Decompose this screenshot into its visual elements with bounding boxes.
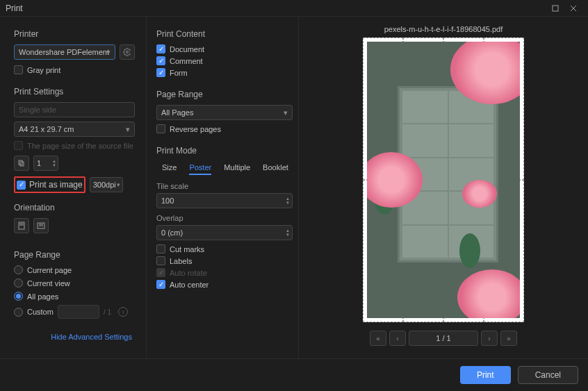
preview-image [367,42,520,318]
pager-prev-button[interactable]: ‹ [389,331,406,346]
titlebar: Print [0,0,588,17]
window-title: Print [6,3,23,13]
current-page-radio[interactable]: Current page [14,265,135,274]
spinner-arrows-icon[interactable]: ▲▼ [286,228,290,237]
copies-spinner[interactable]: 1 ▲▼ [33,156,58,171]
print-as-image-highlight: Print as image [14,176,85,193]
paper-size-select[interactable]: A4 21 x 29.7 cm ▾ [14,122,135,137]
auto-rotate-checkbox: Auto rotate [156,268,293,277]
print-mode-label: Print Mode [156,146,293,156]
middle-panel: Print Content Document Comment Form Page… [146,17,299,358]
orientation-label: Orientation [14,203,135,213]
print-as-image-checkbox[interactable] [17,181,26,190]
chevron-down-icon: ▾ [106,48,111,57]
printer-settings-button[interactable] [120,44,135,60]
custom-range-input[interactable] [58,305,99,319]
reverse-pages-checkbox[interactable]: Reverse pages [156,124,293,133]
chevron-down-icon: ▾ [284,108,288,117]
page-range-value: All Pages [161,108,193,117]
form-checkbox[interactable]: Form [156,68,293,77]
source-size-checkbox: The page size of the source file [14,141,135,150]
dpi-value: 300dpi [93,181,116,189]
close-icon[interactable] [564,1,582,15]
chevron-down-icon: ▾ [117,181,120,188]
pager-last-button[interactable]: » [500,331,517,346]
print-settings-label: Print Settings [14,87,135,97]
dpi-select[interactable]: 300dpi ▾ [90,177,123,192]
left-panel: Printer Wondershare PDFelement ▾ Gray pr… [0,17,146,358]
page-display: 1 / 1 [409,331,478,346]
overlap-spinner[interactable]: 0 (cm) ▲▼ [156,225,293,240]
duplex-value: Single side [19,106,56,114]
cut-marks-checkbox[interactable]: Cut marks [156,244,293,253]
page-range-select[interactable]: All Pages ▾ [156,105,293,120]
current-view-radio[interactable]: Current view [14,278,135,288]
svg-rect-0 [553,6,558,11]
tab-size[interactable]: Size [162,161,177,175]
printer-section-label: Printer [14,29,135,39]
orientation-portrait-button[interactable] [14,218,29,233]
comment-checkbox[interactable]: Comment [156,56,293,65]
preview-page [363,38,524,322]
orientation-landscape-button[interactable] [33,218,49,233]
tile-scale-spinner[interactable]: 100 ▲▼ [156,193,293,208]
preview-panel: pexels-m-u-h-t-e-l-i-f-18968045.pdf « ‹ … [299,17,588,358]
pager-next-button[interactable]: › [481,331,498,346]
cancel-button[interactable]: Cancel [518,366,578,384]
tab-booklet[interactable]: Booklet [263,161,288,175]
preview-filename: pexels-m-u-h-t-e-l-i-f-18968045.pdf [384,25,503,33]
pager: « ‹ 1 / 1 › » [370,331,517,346]
tile-scale-label: Tile scale [156,182,293,190]
svg-point-1 [126,51,129,53]
spinner-arrows-icon[interactable]: ▲▼ [286,197,290,205]
source-size-label: The page size of the source file [27,142,133,150]
gray-print-label: Gray print [27,66,60,74]
print-content-label: Print Content [156,29,293,39]
spinner-arrows-icon[interactable]: ▲▼ [52,159,56,167]
page-range-label: Page Range [14,250,135,260]
page-range-mid-label: Page Range [156,90,293,99]
tab-multiple[interactable]: Multiple [224,161,250,175]
footer: Print Cancel [0,358,588,391]
labels-checkbox[interactable]: Labels [156,256,293,265]
maximize-icon[interactable] [546,1,564,15]
pager-first-button[interactable]: « [370,331,386,346]
print-as-image-label: Print as image [29,180,83,190]
copies-icon [14,156,29,171]
overlap-label: Overlap [156,214,293,222]
printer-select[interactable]: Wondershare PDFelement ▾ [14,44,115,60]
info-icon[interactable]: i [118,307,128,317]
copies-value: 1 [37,159,41,167]
print-mode-tabs: Size Poster Multiple Booklet [162,161,293,175]
all-pages-radio[interactable]: All pages [14,292,135,301]
auto-center-checkbox[interactable]: Auto center [156,280,293,289]
paper-size-value: A4 21 x 29.7 cm [19,125,74,133]
tab-poster[interactable]: Poster [189,161,211,175]
chevron-down-icon: ▾ [126,125,130,134]
print-button[interactable]: Print [460,366,511,384]
hide-advanced-link[interactable]: Hide Advanced Settings [14,333,135,341]
duplex-select[interactable]: Single side [14,102,135,117]
printer-select-value: Wondershare PDFelement [19,48,109,56]
gray-print-checkbox[interactable]: Gray print [14,65,135,74]
custom-radio[interactable]: Custom / 1 i [14,305,135,319]
document-checkbox[interactable]: Document [156,44,293,53]
